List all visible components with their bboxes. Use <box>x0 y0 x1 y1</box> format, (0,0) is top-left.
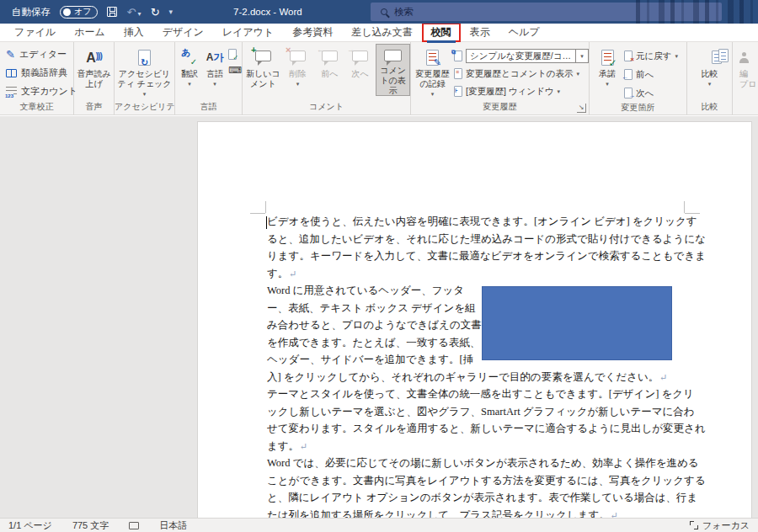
text-line: ビデオを使うと、伝えたい内容を明確に表現できます。[オンライン ビデオ] をクリ… <box>267 213 683 231</box>
translate-button[interactable]: あ✓ 翻訳 ▾ <box>178 42 201 89</box>
status-bar: 1/1 ページ 775 文字 日本語 フォーカス <box>0 518 758 532</box>
autosave-toggle-knob <box>63 8 71 16</box>
text-line: と、隣にレイアウト オプションのボタンが表示されます。表で作業している場合は、行… <box>267 489 683 507</box>
search-placeholder: 検索 <box>394 6 414 19</box>
embedded-image-placeholder[interactable] <box>482 286 672 360</box>
redo-icon[interactable]: ↻ <box>151 7 160 18</box>
delete-comment-icon: × <box>290 51 306 64</box>
quick-access-chevron-icon[interactable]: ▾ <box>169 8 173 16</box>
titlebar-decoration <box>636 0 758 24</box>
reviewing-pane-icon: ⊦ <box>454 86 462 97</box>
group-language: あ✓ 翻訳 ▾ A가 言語 ▾ ✓ ⌨ 言語 <box>175 42 243 114</box>
document-page[interactable]: ビデオを使うと、伝えたい内容を明確に表現できます。[オンライン ビデオ] をクリ… <box>197 121 752 518</box>
show-comments-button[interactable]: コメントの表示 <box>376 44 410 96</box>
autosave-state: オフ <box>74 6 91 18</box>
next-comment-icon: → <box>352 51 368 64</box>
crop-mark-top-right-vertical <box>684 201 685 213</box>
group-tracking: ✎ 変更履歴の記録 ▾ ⧉ シンプルな変更履歴/コ… ▾ ≡ 変更履歴とコメント… <box>411 42 590 114</box>
focus-mode-button[interactable]: フォーカス <box>690 519 750 532</box>
document-canvas[interactable]: ビデオを使うと、伝えたい内容を明確に表現できます。[オンライン ビデオ] をクリ… <box>0 116 758 518</box>
text-line: テーマとスタイルを使って、文書全体の統一感を出すこともできます。[デザイン] を… <box>267 386 683 403</box>
keyboard-icon[interactable]: ⌨ <box>228 65 242 76</box>
reject-chevron-icon: ▾ <box>675 53 679 60</box>
group-label-changes: 変更箇所 <box>590 101 686 114</box>
accessibility-chevron-icon: ▾ <box>143 89 147 99</box>
restrict-editing-button[interactable]: 編 プロ <box>733 42 758 89</box>
text-line: ヘッダー、サイドバーを追加できます。[挿 <box>267 351 479 369</box>
document-text[interactable]: ビデオを使うと、伝えたい内容を明確に表現できます。[オンライン ビデオ] をクリ… <box>267 213 683 518</box>
reviewing-pane-button[interactable]: ⊦ [変更履歴] ウィンドウ ▾ <box>454 83 589 99</box>
tab-design[interactable]: デザイン <box>153 23 213 42</box>
text-line: ます。↵ <box>267 438 683 455</box>
paragraph-mark: ↵ <box>289 269 296 279</box>
accept-button[interactable]: ✓ 承諾 ▾ <box>594 42 621 89</box>
language-indicator[interactable]: 日本語 <box>159 519 187 532</box>
autosave-label: 自動保存 <box>12 6 51 19</box>
text-line: み合わせると、プロのようなできばえの文書 <box>267 317 479 334</box>
accessibility-check-button[interactable]: ↻ アクセシビリティ チェック ▾ <box>115 42 174 99</box>
markup-mode-icon: ⧉ <box>454 51 462 61</box>
tab-mailings[interactable]: 差し込み文書 <box>342 23 422 42</box>
text-line: ことができます。文書内に写真をレイアウトする方法を変更するには、写真をクリックす… <box>267 472 683 490</box>
show-markup-chevron-icon: ▾ <box>576 71 579 77</box>
editor-button[interactable]: ✎エディター <box>6 48 77 61</box>
group-compare: 比較 ▾ 比較 <box>687 42 733 114</box>
translate-icon: あ✓ <box>181 49 198 66</box>
text-line: ー、表紙、テキスト ボックス デザインを組 <box>267 300 479 317</box>
show-comments-icon <box>384 50 402 64</box>
compare-chevron-icon: ▾ <box>708 79 712 89</box>
undo-icon: ↶ <box>126 6 136 19</box>
tab-references[interactable]: 参考資料 <box>283 23 342 42</box>
text-line: たは列を追加する場所をクリックして、プラス記号をクリックします。↵ <box>267 507 683 519</box>
compare-button[interactable]: 比較 ▾ <box>693 42 727 89</box>
page-indicator[interactable]: 1/1 ページ <box>8 519 52 532</box>
proofing-status-icon[interactable] <box>129 522 139 529</box>
crop-mark-top-left-horizontal <box>250 213 265 214</box>
word-count-indicator[interactable]: 775 文字 <box>72 519 109 532</box>
autosave-toggle[interactable]: オフ <box>60 6 98 19</box>
new-word-registration-icon[interactable]: ✓ <box>228 49 237 60</box>
reviewing-pane-chevron-icon: ▾ <box>557 88 560 95</box>
read-aloud-icon: A))) <box>86 51 102 63</box>
next-comment-button[interactable]: → 次へ <box>346 42 374 79</box>
group-label-speech: 音声 <box>74 100 114 114</box>
markup-mode-select[interactable]: シンプルな変更履歴/コ… ▾ <box>466 49 589 63</box>
tab-layout[interactable]: レイアウト <box>213 23 283 42</box>
undo-button[interactable]: ↶ ▾ <box>126 7 141 18</box>
read-aloud-button[interactable]: A))) 音声読み上げ <box>75 42 114 89</box>
tab-home[interactable]: ホーム <box>65 23 115 42</box>
tab-view[interactable]: 表示 <box>461 23 499 42</box>
tab-review[interactable]: 校閲 <box>422 23 461 42</box>
thesaurus-button[interactable]: 類義語辞典 <box>6 66 77 79</box>
text-line: す。↵ <box>267 265 683 283</box>
undo-chevron-icon: ▾ <box>136 10 141 18</box>
paragraph-mark: ↵ <box>300 441 307 451</box>
group-speech: A))) 音声読み上げ 音声 <box>74 42 115 114</box>
save-icon[interactable] <box>107 7 117 17</box>
tab-file[interactable]: ファイル <box>5 23 65 42</box>
show-markup-button[interactable]: ≡ 変更履歴とコメントの表示 ▾ <box>454 66 589 82</box>
language-button[interactable]: A가 言語 ▾ <box>203 42 227 89</box>
delete-comment-button[interactable]: × 削除 ▾ <box>282 42 313 89</box>
text-line: Word に用意されているヘッダー、フッタ <box>267 282 479 300</box>
crop-mark-top-right-horizontal <box>685 213 700 214</box>
group-label-tracking: 変更履歴 <box>411 100 589 114</box>
reject-button[interactable]: × 元に戻す ▾ <box>624 48 678 64</box>
markup-mode-chevron-icon[interactable]: ▾ <box>575 50 588 62</box>
group-label-comments: コメント <box>243 100 410 114</box>
previous-comment-button[interactable]: ← 前へ <box>315 42 344 79</box>
tracking-dialog-launcher-icon[interactable]: ↘ <box>577 104 586 113</box>
tab-insert[interactable]: 挿入 <box>115 23 153 42</box>
track-changes-chevron-icon: ▾ <box>431 89 435 99</box>
new-comment-button[interactable]: + 新しいコメント <box>246 42 280 89</box>
tab-help[interactable]: ヘルプ <box>499 23 549 42</box>
accessibility-check-icon: ↻ <box>138 50 151 66</box>
group-changes: ✓ 承諾 ▾ × 元に戻す ▾ ← 前へ → 次へ 変更箇所 <box>590 42 687 114</box>
reject-icon: × <box>624 51 633 61</box>
search-icon <box>381 8 387 15</box>
person-icon <box>739 52 749 63</box>
track-changes-button[interactable]: ✎ 変更履歴の記録 ▾ <box>414 42 451 99</box>
word-count-button[interactable]: 文字カウント <box>6 85 77 98</box>
next-change-button[interactable]: → 次へ <box>624 85 678 101</box>
previous-change-button[interactable]: ← 前へ <box>624 66 678 82</box>
